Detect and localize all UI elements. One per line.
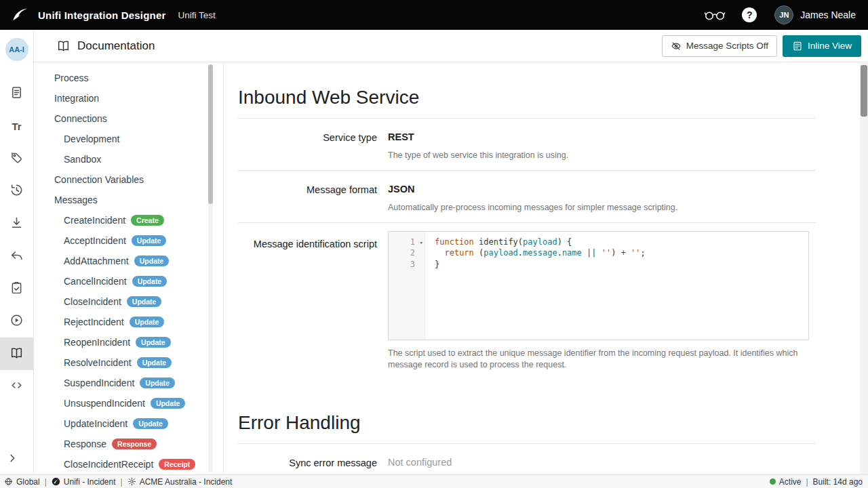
field-value: Not configured bbox=[388, 457, 809, 468]
active-status-label: Active bbox=[779, 477, 802, 487]
nav-item-response[interactable]: ResponseResponse bbox=[34, 434, 223, 454]
main-scrollbar[interactable] bbox=[860, 63, 868, 474]
fold-arrow-icon[interactable]: ▾ bbox=[420, 237, 423, 249]
unifi-icon bbox=[52, 477, 60, 486]
message-scripts-toggle-button[interactable]: Message Scripts Off bbox=[662, 35, 777, 57]
nav-scrollbar[interactable] bbox=[208, 64, 213, 472]
inline-view-icon bbox=[792, 41, 803, 52]
nav-item-development[interactable]: Development bbox=[34, 129, 223, 149]
nav-item-badge: Update bbox=[127, 296, 162, 308]
nav-item-label: Connection Variables bbox=[54, 174, 144, 185]
nav-item-label: CloseIncident bbox=[64, 296, 121, 307]
nav-item-label: ReopenIncident bbox=[64, 337, 130, 348]
nav-item-label: ResolveIncident bbox=[64, 357, 132, 368]
separator: | bbox=[806, 477, 808, 487]
rail-button-tag[interactable] bbox=[0, 142, 33, 175]
nav-item-label: Sandbox bbox=[64, 154, 101, 165]
text-format-icon: Tr bbox=[12, 121, 21, 132]
field-label: Message identification script bbox=[238, 231, 377, 371]
statusbar-item-acme-australia-incident[interactable]: ACME Australia - Incident bbox=[127, 477, 233, 487]
environment-link[interactable]: Unifi Test bbox=[178, 10, 216, 20]
rail-button-document[interactable] bbox=[0, 77, 33, 110]
nav-item-sandbox[interactable]: Sandbox bbox=[34, 149, 223, 169]
user-name[interactable]: James Neale bbox=[800, 9, 856, 20]
message-scripts-label: Message Scripts Off bbox=[686, 41, 768, 51]
nav-item-label: CancelIncident bbox=[64, 276, 127, 287]
separator: | bbox=[121, 477, 123, 487]
statusbar-item-global[interactable]: Global bbox=[4, 477, 40, 487]
eye-off-icon bbox=[671, 41, 682, 52]
nav-item-badge: Update bbox=[151, 398, 186, 409]
nav-item-rejectincident[interactable]: RejectIncidentUpdate bbox=[34, 312, 223, 332]
field-description: Automatically pre-process incoming messa… bbox=[388, 202, 809, 214]
nav-item-integration[interactable]: Integration bbox=[34, 88, 223, 108]
field-label: Message format bbox=[238, 184, 377, 214]
nav-item-suspendincident[interactable]: SuspendIncidentUpdate bbox=[34, 373, 223, 393]
nav-item-label: UnsuspendIncident bbox=[64, 398, 145, 409]
nav-item-badge: Update bbox=[140, 378, 175, 389]
rail-button-book[interactable] bbox=[0, 338, 33, 370]
status-bar: Global|Unifi - Incident|ACME Australia -… bbox=[0, 474, 868, 488]
rail-button-history[interactable] bbox=[0, 175, 33, 207]
rail-button-tasks[interactable] bbox=[0, 272, 33, 305]
nav-item-addattachment[interactable]: AddAttachmentUpdate bbox=[34, 251, 223, 271]
rail-button-text-format[interactable]: Tr bbox=[0, 110, 33, 142]
field-label: Service type bbox=[238, 131, 377, 161]
nav-item-label: Connections bbox=[54, 113, 107, 124]
app-logo-icon[interactable] bbox=[11, 6, 28, 24]
user-avatar[interactable]: JN bbox=[774, 5, 793, 24]
inline-view-label: Inline View bbox=[808, 41, 852, 51]
field-value: JSON bbox=[388, 184, 809, 195]
nav-item-badge: Update bbox=[132, 235, 167, 247]
nav-item-connection-variables[interactable]: Connection Variables bbox=[34, 169, 223, 190]
rail-button-play-circle[interactable] bbox=[0, 305, 33, 338]
field-row-message-format: Message formatJSONAutomatically pre-proc… bbox=[238, 171, 816, 223]
nav-item-createincident[interactable]: CreateIncidentCreate bbox=[34, 210, 223, 230]
icon-rail-list: Tr bbox=[0, 77, 33, 403]
document-icon bbox=[9, 85, 24, 102]
nav-scrollbar-thumb[interactable] bbox=[208, 64, 213, 204]
rail-button-reply[interactable] bbox=[0, 240, 33, 272]
nav-item-badge: Update bbox=[130, 317, 165, 328]
nav-item-cancelincident[interactable]: CancelIncidentUpdate bbox=[34, 271, 223, 291]
nav-item-resolveincident[interactable]: ResolveIncidentUpdate bbox=[34, 352, 223, 373]
nav-item-reopenincident[interactable]: ReopenIncidentUpdate bbox=[34, 332, 223, 352]
statusbar-item-unifi-incident[interactable]: Unifi - Incident bbox=[52, 477, 116, 487]
code-editor[interactable]: 1▾23 function identify(payload) { return… bbox=[388, 231, 809, 340]
nav-item-messages[interactable]: Messages bbox=[34, 190, 223, 210]
code-lines: function identify(payload) { return (pay… bbox=[425, 232, 646, 340]
nav-item-acceptincident[interactable]: AcceptIncidentUpdate bbox=[34, 230, 223, 251]
nav-item-label: RejectIncident bbox=[64, 317, 124, 327]
help-icon[interactable]: ? bbox=[742, 7, 757, 22]
statusbar-right: Active | Built: 14d ago bbox=[770, 477, 863, 487]
nav-item-closeincidentreceipt[interactable]: CloseIncidentReceiptReceipt bbox=[34, 454, 223, 474]
statusbar-item-label: Global bbox=[16, 477, 40, 487]
nav-item-label: CreateIncident bbox=[64, 215, 125, 226]
error-fields: Sync error messageNot configuredThe mess… bbox=[238, 444, 816, 475]
nav-item-badge: Response bbox=[112, 439, 157, 450]
nav-item-unsuspendincident[interactable]: UnsuspendIncidentUpdate bbox=[34, 393, 223, 413]
field-row-message-identification-script: Message identification script 1▾23 funct… bbox=[238, 223, 816, 380]
nav-item-label: Integration bbox=[54, 93, 99, 104]
preview-glasses-icon[interactable] bbox=[704, 8, 726, 22]
active-status-dot-icon bbox=[770, 479, 776, 485]
code-line: function identify(payload) { bbox=[435, 237, 646, 248]
field-row-service-type: Service typeRESTThe type of web service … bbox=[238, 119, 816, 171]
rail-button-code[interactable] bbox=[0, 370, 33, 403]
rail-button-download[interactable] bbox=[0, 207, 33, 240]
workspace-badge[interactable]: AA-I bbox=[5, 38, 28, 61]
code-icon bbox=[9, 378, 24, 395]
nav-item-label: AcceptIncident bbox=[64, 235, 126, 246]
inline-view-button[interactable]: Inline View bbox=[783, 35, 861, 57]
icon-rail: AA-I Tr bbox=[0, 30, 34, 474]
statusbar-item-label: Unifi - Incident bbox=[64, 477, 116, 487]
nav-item-connections[interactable]: Connections bbox=[34, 108, 223, 129]
app-title: Unifi Integration Designer bbox=[38, 9, 166, 21]
nav-item-closeincident[interactable]: CloseIncidentUpdate bbox=[34, 291, 223, 312]
nav-item-updateincident[interactable]: UpdateIncidentUpdate bbox=[34, 413, 223, 434]
nav-item-label: Messages bbox=[54, 195, 98, 205]
main-scrollbar-thumb[interactable] bbox=[861, 65, 867, 117]
nav-item-process[interactable]: Process bbox=[34, 68, 223, 88]
doc-nav-panel: ProcessIntegrationConnectionsDevelopment… bbox=[34, 63, 224, 474]
expand-rail-button[interactable] bbox=[5, 451, 20, 466]
